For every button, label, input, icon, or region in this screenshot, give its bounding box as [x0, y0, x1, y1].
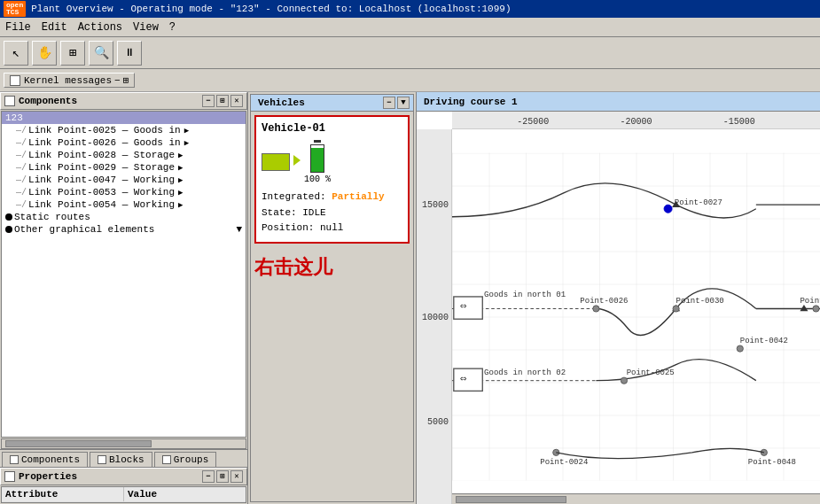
components-title: Components: [19, 96, 77, 106]
hand-tool[interactable]: ✋: [32, 41, 57, 66]
dot-icon: [5, 226, 12, 233]
menu-actions[interactable]: Actions: [78, 21, 122, 34]
vehicle-body-icon: [262, 151, 293, 173]
dot-icon: [5, 213, 12, 221]
tab-label: Blocks: [109, 454, 144, 465]
props-minimize[interactable]: −: [202, 470, 215, 483]
close-button[interactable]: ✕: [230, 95, 243, 107]
main-content: Components − ⊞ ✕ 123 ‒/ Link Point-0025 …: [0, 92, 820, 504]
minimize-button[interactable]: −: [202, 95, 215, 107]
graph-area: Point-0027 Point-0026 Point-0030 Point-0…: [452, 129, 820, 504]
grid-tool[interactable]: ⊞: [60, 41, 85, 66]
goods-north-02-box[interactable]: [454, 368, 482, 391]
driving-course-panel: Driving course 1 -25000 -20000 -15000 15…: [417, 92, 820, 504]
item-dots: ▶: [178, 151, 183, 160]
integrated-label: Integrated:: [262, 191, 326, 202]
kernel-bar: Kernel messages − ⊞: [0, 69, 820, 92]
vehicle-arrow-icon: [293, 155, 301, 166]
left-panel: Components − ⊞ ✕ 123 ‒/ Link Point-0025 …: [0, 92, 248, 504]
maximize-button[interactable]: ⊞: [216, 95, 229, 107]
tab-groups[interactable]: Groups: [154, 452, 217, 467]
scroll-indicator: ▼: [236, 224, 242, 235]
point-0026-circle[interactable]: [593, 306, 599, 312]
ruler-mark-10000: 10000: [422, 312, 449, 322]
cursor-tool[interactable]: ↖: [4, 41, 28, 66]
goods-north-01-box[interactable]: [454, 297, 482, 319]
battery-tip: [314, 140, 321, 143]
tree-item-lp0053[interactable]: ‒/ Link Point-0053 — Working ▶: [2, 186, 246, 198]
props-close[interactable]: ✕: [230, 470, 243, 483]
attr-header: Attribute: [2, 487, 124, 501]
props-header-row: Attribute Value: [2, 487, 246, 502]
item-label: Link Point-0047 — Working: [28, 174, 175, 185]
tab-blocks[interactable]: Blocks: [90, 452, 152, 467]
vehicles-title: Vehicles: [258, 97, 305, 108]
point-c-circle[interactable]: [813, 306, 819, 312]
kernel-expand-icon: ⊞: [123, 74, 129, 86]
components-tree[interactable]: 123 ‒/ Link Point-0025 — Goods in ▶ ‒/ L…: [1, 111, 246, 438]
item-prefix: ‒/: [16, 150, 27, 160]
driving-canvas[interactable]: -25000 -20000 -15000 15000 10000 5000: [417, 112, 820, 504]
horizontal-scrollbar[interactable]: [452, 493, 820, 504]
menu-edit[interactable]: Edit: [42, 21, 67, 34]
kernel-label: Kernel messages: [24, 75, 112, 86]
item-label: Link Point-0028 — Storage: [28, 150, 175, 160]
vehicle-card[interactable]: Vehicle-01 100 %: [254, 115, 410, 244]
ruler-top: -25000 -20000 -15000: [452, 112, 820, 129]
item-label: Other graphical elements: [14, 224, 154, 235]
panel-controls: − ⊞ ✕: [202, 95, 243, 107]
tab-check-icon: [98, 455, 106, 464]
title-bar: open TCS Plant Overview - Operating mode…: [0, 0, 820, 18]
position-row: Position: null: [262, 221, 402, 236]
tab-label: Components: [21, 454, 80, 465]
item-label: Link Point-0054 — Working: [28, 199, 175, 210]
ruler-mark-15000: -15000: [723, 117, 755, 127]
search-tool[interactable]: 🔍: [89, 41, 113, 66]
tree-item-other-graphical[interactable]: Other graphical elements ▼: [2, 223, 246, 236]
point-c-label: Point-C: [800, 296, 820, 306]
item-dots: ▶: [184, 138, 189, 148]
tree-item-lp0029[interactable]: ‒/ Link Point-0029 — Storage ▶: [2, 161, 246, 174]
ruler-mark-20000: -20000: [620, 117, 652, 127]
props-controls: − ⊞ ✕: [202, 470, 243, 483]
tree-item-lp0054[interactable]: ‒/ Link Point-0054 — Working ▶: [2, 198, 246, 211]
ruler-mark-25000: -25000: [517, 117, 549, 127]
vehicles-dropdown[interactable]: ▼: [397, 97, 410, 109]
driving-title: Driving course 1: [424, 97, 518, 107]
menu-view[interactable]: View: [133, 21, 159, 34]
point-0030-circle[interactable]: [673, 306, 679, 312]
vehicle-name: Vehicle-01: [262, 122, 402, 135]
vehicles-minimize[interactable]: −: [383, 97, 395, 109]
point-0025-label: Point-0025: [627, 368, 675, 377]
menu-help[interactable]: ?: [169, 21, 176, 34]
integrated-row: Integrated: Partially: [262, 190, 402, 205]
tree-item-lp0028[interactable]: ‒/ Link Point-0028 — Storage ▶: [2, 149, 246, 161]
battery-percent: 100 %: [304, 174, 331, 184]
vehicles-panel: Vehicles − ▼ Vehicle-01: [250, 94, 414, 502]
item-prefix: ‒/: [16, 137, 27, 148]
grid-bg: [452, 153, 820, 481]
battery-fill: [311, 148, 324, 172]
tree-item-lp0025[interactable]: ‒/ Link Point-0025 — Goods in ▶: [2, 124, 246, 136]
goods-north-02-arrow: ⇔: [460, 372, 467, 385]
menu-bar: File Edit Actions View ?: [0, 18, 820, 37]
ruler-mark-15000: 15000: [422, 199, 449, 209]
tree-item-static-routes[interactable]: Static routes: [2, 211, 246, 223]
tab-bar: Components Blocks Groups: [0, 449, 247, 467]
menu-file[interactable]: File: [5, 21, 31, 34]
item-dots: ▶: [178, 163, 183, 173]
tree-item-123[interactable]: 123: [2, 112, 246, 124]
point-0025-circle[interactable]: [621, 377, 627, 384]
tree-item-lp0026[interactable]: ‒/ Link Point-0026 — Goods in ▶: [2, 136, 246, 149]
tree-item-lp0047[interactable]: ‒/ Link Point-0047 — Working ▶: [2, 174, 246, 186]
kernel-messages-button[interactable]: Kernel messages − ⊞: [4, 73, 135, 88]
props-maximize[interactable]: ⊞: [216, 470, 229, 483]
pause-tool[interactable]: ⏸: [117, 41, 142, 66]
state-row: State: IDLE: [262, 205, 402, 221]
item-label: Link Point-0053 — Working: [28, 187, 175, 198]
tab-components[interactable]: Components: [2, 452, 88, 467]
point-0042-circle[interactable]: [737, 345, 743, 352]
point-0027-circle[interactable]: [664, 205, 672, 213]
vehicles-header: Vehicles − ▼: [251, 95, 413, 112]
item-prefix: ‒/: [16, 125, 27, 136]
